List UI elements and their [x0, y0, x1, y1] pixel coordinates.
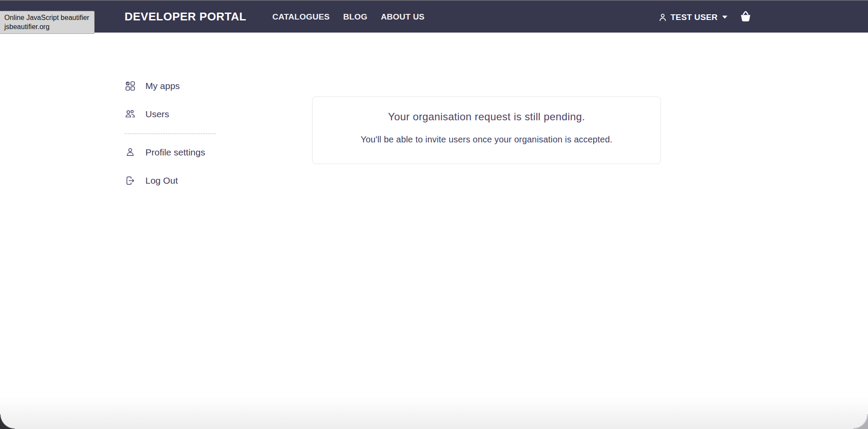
bottom-left-window-corner — [0, 414, 15, 429]
caret-down-icon — [722, 16, 727, 19]
sidebar-item-label: Profile settings — [145, 147, 205, 158]
browser-link-tooltip: Online JavaScript beautifier jsbeautifie… — [0, 11, 95, 34]
sidebar-item-label: Users — [145, 109, 169, 119]
sidebar-item-log-out[interactable]: Log Out — [125, 172, 218, 190]
header-right: TEST USER — [658, 1, 753, 33]
basket-icon — [739, 10, 753, 25]
sidebar-item-my-apps[interactable]: My apps — [125, 77, 218, 95]
pending-organisation-card: Your organisation request is still pendi… — [312, 96, 661, 164]
sidebar-item-label: My apps — [145, 81, 180, 91]
tooltip-line-2: jsbeautifier.org — [4, 22, 89, 31]
pending-card-subtitle: You'll be able to invite users once your… — [312, 134, 661, 145]
sidebar-item-profile-settings[interactable]: Profile settings — [125, 143, 218, 162]
nav-item-blog[interactable]: BLOG — [343, 12, 368, 22]
sidebar-divider — [125, 133, 216, 134]
nav-item-catalogues[interactable]: CATALOGUES — [273, 12, 330, 22]
user-menu-label: TEST USER — [671, 13, 717, 22]
bottom-window-shadow — [0, 396, 868, 429]
tooltip-line-1: Online JavaScript beautifier — [4, 13, 89, 22]
pending-card-title: Your organisation request is still pendi… — [312, 110, 661, 123]
sidebar: My apps Users Profile settings — [125, 77, 218, 200]
header: DEVELOPER PORTAL CATALOGUES BLOG ABOUT U… — [0, 0, 868, 33]
sidebar-item-users[interactable]: Users — [125, 105, 218, 123]
user-icon — [658, 13, 667, 22]
users-icon — [125, 109, 136, 120]
sidebar-item-label: Log Out — [145, 175, 178, 186]
app-title[interactable]: DEVELOPER PORTAL — [125, 10, 247, 23]
main-nav: CATALOGUES BLOG ABOUT US — [273, 12, 425, 22]
basket-button[interactable] — [739, 10, 753, 25]
bottom-right-window-corner — [853, 414, 868, 429]
apps-grid-icon — [125, 80, 136, 92]
profile-icon — [125, 147, 136, 158]
logout-icon — [125, 175, 136, 186]
nav-item-about-us[interactable]: ABOUT US — [381, 12, 424, 22]
user-menu-button[interactable]: TEST USER — [658, 13, 727, 22]
